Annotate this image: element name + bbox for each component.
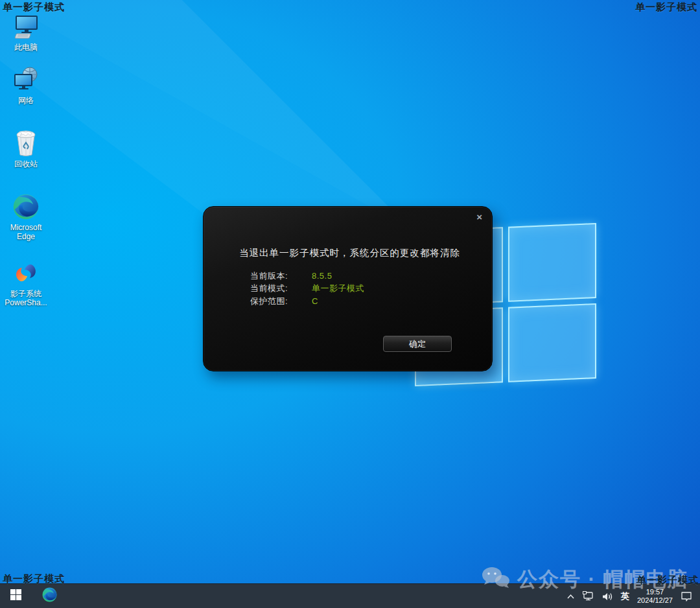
- ok-button[interactable]: 确定: [383, 336, 452, 352]
- desktop-icon-label: 网络: [18, 96, 34, 105]
- windows-start-icon: [10, 589, 21, 603]
- tray-ime-indicator[interactable]: 英: [620, 584, 631, 608]
- info-row-mode: 当前模式: 单一影子模式: [250, 283, 364, 296]
- desktop-icon-recycle-bin[interactable]: 回收站: [3, 128, 49, 169]
- desktop: 单一影子模式 单一影子模式 单一影子模式 单一影子模式: [0, 0, 700, 608]
- windows-logo-pane: [508, 303, 596, 382]
- watermark-top-left: 单一影子模式: [3, 1, 65, 14]
- watermark-bottom-right: 单一影子模式: [636, 574, 699, 587]
- info-row-version: 当前版本: 8.5.5: [250, 270, 364, 283]
- desktop-icon-this-pc[interactable]: 此电脑: [3, 12, 49, 52]
- dialog-info-rows: 当前版本: 8.5.5 当前模式: 单一影子模式 保护范围: C: [250, 270, 364, 308]
- tray-action-center-icon[interactable]: [679, 584, 694, 608]
- desktop-icon-network[interactable]: 网络: [3, 65, 49, 105]
- edge-icon: [11, 192, 41, 222]
- close-icon[interactable]: ×: [476, 211, 482, 223]
- powershadow-icon: [11, 258, 41, 288]
- tray-time: 19:57: [637, 588, 673, 596]
- tray-clock[interactable]: 19:57 2024/12/27: [636, 584, 674, 608]
- taskbar-edge-button[interactable]: [35, 584, 64, 608]
- row-label: 当前版本:: [250, 270, 312, 282]
- row-value: C: [312, 296, 318, 306]
- label-line: Edge: [10, 232, 42, 241]
- start-button[interactable]: [0, 584, 31, 608]
- desktop-icon-label: 回收站: [14, 159, 38, 169]
- tray-volume-icon[interactable]: [601, 584, 614, 608]
- label-line: Microsoft: [10, 223, 42, 232]
- desktop-icon-microsoft-edge[interactable]: Microsoft Edge: [3, 192, 49, 241]
- watermark-top-right: 单一影子模式: [635, 1, 697, 14]
- row-value: 单一影子模式: [312, 283, 364, 294]
- desktop-icon-label: 影子系统 PowerSha...: [5, 289, 47, 307]
- tray-network-icon[interactable]: [581, 584, 596, 608]
- label-line: 影子系统: [5, 289, 47, 298]
- windows-logo-pane: [508, 223, 596, 302]
- tray-date: 2024/12/27: [637, 596, 673, 605]
- edge-icon: [41, 587, 58, 605]
- this-pc-icon: [11, 12, 41, 41]
- row-label: 当前模式:: [250, 283, 312, 294]
- info-row-scope: 保护范围: C: [250, 295, 364, 308]
- desktop-icon-powershadow[interactable]: 影子系统 PowerSha...: [3, 258, 49, 307]
- row-value: 8.5.5: [312, 271, 332, 281]
- dialog-message: 当退出单一影子模式时，系统分区的更改都将清除: [239, 247, 460, 259]
- system-tray: 英 19:57 2024/12/27: [565, 584, 700, 608]
- desktop-icon-label: 此电脑: [14, 43, 38, 52]
- watermark-bottom-left: 单一影子模式: [3, 573, 65, 585]
- row-label: 保护范围:: [250, 296, 312, 307]
- powershadow-dialog: × 当退出单一影子模式时，系统分区的更改都将清除 当前版本: 8.5.5 当前模…: [203, 206, 493, 371]
- network-icon: [11, 65, 41, 95]
- tray-chevron-up-icon[interactable]: [565, 584, 576, 608]
- taskbar: 英 19:57 2024/12/27: [0, 583, 700, 608]
- recycle-bin-icon: [11, 128, 41, 158]
- label-line: PowerSha...: [5, 298, 47, 307]
- desktop-icon-label: Microsoft Edge: [10, 223, 42, 241]
